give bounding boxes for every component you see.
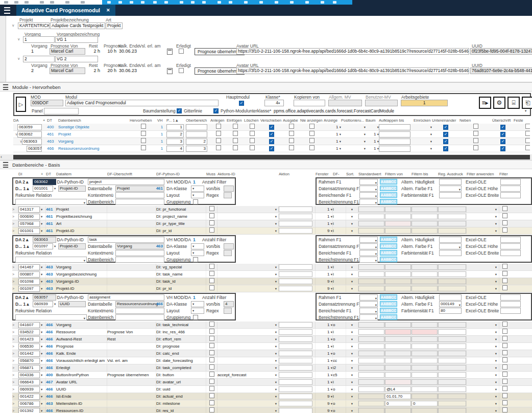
prognose-von-field[interactable]: Marcel Carl bbox=[50, 67, 85, 74]
expander-icon[interactable]: > bbox=[12, 220, 18, 227]
di-field[interactable]: 000807 bbox=[18, 271, 40, 278]
chevron-down-icon[interactable]: ▾ bbox=[275, 393, 277, 400]
filter-deak-checkbox[interactable] bbox=[502, 322, 507, 327]
filter-deak-checkbox[interactable] bbox=[502, 343, 507, 348]
expander-icon[interactable]: > bbox=[12, 322, 18, 328]
filter-deak-checkbox[interactable] bbox=[502, 271, 507, 276]
chevron-down-icon[interactable]: ▾ bbox=[346, 329, 358, 335]
task-nr-field[interactable]: 2 bbox=[23, 56, 55, 62]
muss-checkbox[interactable] bbox=[209, 271, 214, 276]
printer-icon[interactable]: ⌸ bbox=[507, 97, 520, 109]
dropdown-cell[interactable]: ▾ bbox=[41, 379, 46, 385]
standardwert-field[interactable] bbox=[358, 329, 384, 335]
verschieben-checkbox[interactable]: ✓ bbox=[269, 139, 274, 144]
da-field[interactable]: 063057 bbox=[27, 146, 42, 152]
filtern-bis-field[interactable] bbox=[412, 336, 438, 342]
expander-icon[interactable]: > bbox=[12, 407, 18, 413]
expander-icon[interactable]: > bbox=[12, 329, 18, 335]
filter-deak-checkbox[interactable] bbox=[502, 206, 507, 211]
reg-ausdruck-field[interactable] bbox=[438, 343, 466, 349]
sort-cell[interactable]: ▾ bbox=[346, 343, 358, 350]
filtern-bis-field[interactable] bbox=[412, 358, 438, 363]
expander-icon[interactable]: > bbox=[12, 285, 18, 292]
column-header[interactable]: Oberbereich 2▲ bbox=[186, 118, 210, 124]
chevron-down-icon[interactable]: ▾ bbox=[278, 100, 280, 106]
filtern-von-field[interactable] bbox=[385, 279, 411, 284]
aktions-id-cell[interactable]: ▾ bbox=[217, 343, 279, 350]
expander-icon[interactable]: v bbox=[13, 131, 17, 137]
filtern-von-field[interactable] bbox=[385, 343, 411, 349]
ausgabe-checkbox[interactable] bbox=[289, 145, 294, 150]
filtern-bis-field[interactable] bbox=[412, 206, 438, 212]
color-swatch[interactable]: AABBCC bbox=[380, 308, 397, 313]
dropdown-cell[interactable]: ▾ bbox=[41, 322, 46, 328]
chevron-down-icon[interactable]: ▾ bbox=[467, 271, 497, 278]
toolbar-icon[interactable] bbox=[321, 1, 324, 4]
chevron-down-icon[interactable]: ▾ bbox=[346, 213, 358, 220]
dropdown-cell[interactable]: ▾ bbox=[41, 372, 46, 378]
chevron-down-icon[interactable]: ▾ bbox=[41, 364, 45, 371]
klasse-select[interactable]: 4▾ bbox=[264, 100, 284, 106]
dropdown-cell[interactable]: ▾ bbox=[41, 400, 46, 407]
ausgabe-checkbox[interactable] bbox=[289, 131, 294, 136]
aktions-id-cell[interactable]: ▾ bbox=[217, 329, 279, 335]
column-header[interactable]: Filter anwenden auf bbox=[467, 171, 499, 177]
chevron-down-icon[interactable]: ▾ bbox=[331, 373, 332, 377]
di-field[interactable]: 001001 bbox=[33, 186, 53, 192]
chevron-down-icon[interactable]: ▾ bbox=[346, 271, 358, 278]
standardwert-field[interactable] bbox=[358, 214, 384, 219]
section-menu-icon[interactable] bbox=[3, 162, 8, 167]
reg-ausdruck-field[interactable] bbox=[438, 379, 466, 385]
column-header[interactable]: DI bbox=[18, 171, 41, 177]
filter-deak-checkbox[interactable] bbox=[502, 379, 507, 384]
modul-field[interactable]: Adaptive Card Prognosemodul bbox=[65, 100, 219, 106]
di-field[interactable]: 056870 bbox=[18, 358, 40, 364]
chevron-down-icon[interactable]: ▾ bbox=[467, 386, 497, 393]
regex-field[interactable] bbox=[224, 308, 232, 314]
aufklappen-field[interactable] bbox=[379, 131, 410, 137]
untereinander-checkbox[interactable]: ✓ bbox=[443, 146, 448, 151]
baum-cell[interactable]: 1 ▾ bbox=[366, 131, 379, 137]
expander-icon[interactable]: v bbox=[13, 138, 22, 145]
project-name-field[interactable]: Adaptive Cards Testprojekt bbox=[50, 22, 105, 29]
filtern-bis-field[interactable] bbox=[412, 379, 438, 385]
aktion-field[interactable] bbox=[279, 279, 312, 284]
aufklappen-field[interactable] bbox=[379, 124, 410, 130]
datenbereich-link[interactable]: Ressourcenzuordnung bbox=[58, 145, 130, 152]
column-header[interactable]: Nie anzeigen bbox=[300, 118, 324, 124]
ueberschrift-checkbox[interactable]: ✓ bbox=[500, 132, 505, 137]
reg-ausdruck-field[interactable] bbox=[438, 372, 466, 378]
chevron-down-icon[interactable]: ▾ bbox=[331, 359, 332, 362]
color-swatch[interactable]: AABBCC bbox=[380, 250, 397, 256]
task-name-field[interactable]: VG 1 bbox=[55, 36, 98, 43]
sort-cell[interactable]: ▾ bbox=[346, 271, 358, 278]
chevron-down-icon[interactable]: ▾ bbox=[375, 238, 377, 243]
chevron-down-icon[interactable]: ▾ bbox=[331, 402, 332, 405]
aktions-id-cell[interactable]: ▾ bbox=[217, 322, 279, 328]
avatar-url-field[interactable]: https://3f10-2-211-106-158.ngrok-free.ap… bbox=[236, 48, 469, 55]
positionierung-cell[interactable]: ▾ bbox=[341, 138, 366, 145]
standardwert-field[interactable] bbox=[358, 264, 384, 270]
da-field[interactable]: 063057 bbox=[33, 294, 56, 301]
chevron-down-icon[interactable]: ▾ bbox=[467, 350, 497, 357]
regex-field[interactable] bbox=[224, 192, 232, 198]
filter-anwenden-cell[interactable]: ▾ bbox=[467, 336, 499, 342]
column-header[interactable]: Anzeige bbox=[324, 118, 341, 124]
reg-ausdruck-field[interactable] bbox=[438, 408, 466, 413]
document-export-icon[interactable]: ⎗ bbox=[522, 97, 532, 109]
dropdown-cell[interactable]: ▾ bbox=[41, 264, 46, 270]
chevron-down-icon[interactable]: ▾ bbox=[192, 193, 203, 198]
positionierung-cell[interactable]: ▾ bbox=[341, 145, 366, 152]
toolbar-icon[interactable] bbox=[259, 1, 263, 4]
standardwert-field[interactable] bbox=[358, 322, 384, 328]
task-nr-field[interactable]: 1 bbox=[23, 36, 55, 43]
filtern-bis-field[interactable] bbox=[412, 394, 438, 399]
neben-oberbereich-checkbox[interactable] bbox=[473, 138, 478, 143]
standardwert-field[interactable] bbox=[358, 206, 384, 212]
chevron-down-icon[interactable]: ▾ bbox=[331, 387, 332, 391]
anzeige-cell[interactable]: 1 ▾ bbox=[324, 131, 341, 137]
filtern-von-field[interactable] bbox=[385, 329, 411, 335]
chevron-down-icon[interactable]: ▾ bbox=[275, 407, 277, 413]
column-header[interactable]: Positionieru... bbox=[341, 118, 366, 124]
chevron-down-icon[interactable]: ▾ bbox=[275, 386, 277, 393]
